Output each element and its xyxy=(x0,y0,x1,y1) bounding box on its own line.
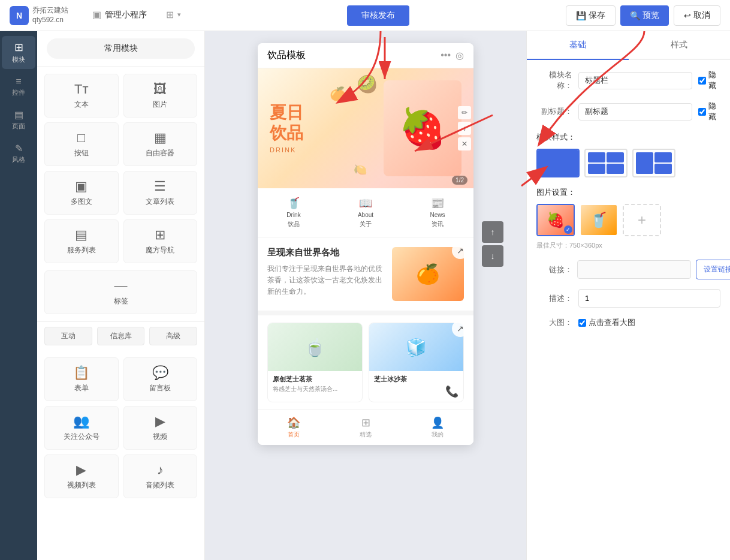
module-follow-wechat[interactable]: 👥 关注公众号 xyxy=(44,406,119,450)
hide-checkbox-label[interactable]: 隐藏 xyxy=(698,70,720,91)
thumb-image-2: 🥤 xyxy=(581,205,617,235)
profile-icon: 👤 xyxy=(431,416,444,429)
link-input[interactable] xyxy=(577,260,691,279)
share-button-2[interactable]: ↗ xyxy=(452,320,469,337)
style-icon: ✎ xyxy=(15,143,23,154)
comment-icon: 💬 xyxy=(152,365,168,381)
top-navigation: N 乔拓云建站 qty592.cn ▣ 管理小程序 ⊞ ▾ 审核发布 💾 保存 … xyxy=(0,0,730,31)
controls-icon: ≡ xyxy=(16,76,21,87)
share-button[interactable]: ↗ xyxy=(452,242,469,259)
preview-button[interactable]: 🔍 预览 xyxy=(620,5,669,26)
product-grid: 🍵 原创芝士茗茶 将感芝士与天然茶汤合... 🧊 芝士冰沙茶 xyxy=(267,323,464,402)
phone-wrapper: 饮品模板 ••• ◎ 夏日 饮品 xyxy=(258,43,473,445)
module-image[interactable]: 🖼 图片 xyxy=(123,74,198,118)
image-thumbs: 🍓 ✓ 🥤 + xyxy=(536,204,720,236)
tag-interactive[interactable]: 互动 xyxy=(44,327,92,345)
modules-icon: ⊞ xyxy=(14,41,23,54)
tag-database[interactable]: 信息库 xyxy=(97,327,145,345)
module-form[interactable]: 📋 表单 xyxy=(44,357,119,401)
target-icon[interactable]: ◎ xyxy=(456,50,464,61)
module-magic-nav[interactable]: ⊞ 魔方导航 xyxy=(123,219,198,263)
tab-basic[interactable]: 基础 xyxy=(527,31,629,60)
article-list-icon: ☰ xyxy=(154,179,166,194)
product2-image: 🧊 xyxy=(369,323,463,371)
tab-style[interactable]: 样式 xyxy=(629,31,731,60)
more-icon[interactable]: ••• xyxy=(441,50,451,61)
canvas-area: 饮品模板 ••• ◎ 夏日 饮品 xyxy=(205,31,526,560)
module-label[interactable]: — 标签 xyxy=(44,270,197,314)
phone-frame: 饮品模板 ••• ◎ 夏日 饮品 xyxy=(258,43,473,445)
module-free-container[interactable]: ▦ 自由容器 xyxy=(123,122,198,166)
audio-list-icon: ♪ xyxy=(157,462,164,478)
image-thumb-2[interactable]: 🥤 xyxy=(580,204,618,236)
sidebar-item-pages[interactable]: ▤ 页面 xyxy=(2,104,35,136)
bigimg-checkbox-label[interactable]: 点击查看大图 xyxy=(578,317,635,328)
common-modules-title: 常用模块 xyxy=(47,38,195,59)
nav-tabs: 🥤 Drink 饮品 📖 About 关于 📰 News 资讯 xyxy=(258,188,473,237)
product-card-1[interactable]: 🍵 原创芝士茗茶 将感芝士与天然茶汤合... xyxy=(267,323,363,402)
sidebar-item-modules[interactable]: ⊞ 模块 xyxy=(2,36,35,69)
bottom-nav-featured[interactable]: ⊞ 精选 xyxy=(330,414,402,441)
module-video[interactable]: ▶ 视频 xyxy=(123,406,198,450)
video-icon: ▶ xyxy=(155,414,165,429)
module-service-list[interactable]: ▤ 服务列表 xyxy=(44,219,119,263)
drink-icon: 🥤 xyxy=(287,197,300,210)
desc-input[interactable] xyxy=(578,289,720,308)
module-name-input[interactable] xyxy=(578,72,692,89)
right-panel-content: 模块名称： 隐藏 副标题： 隐藏 模块样式： xyxy=(527,60,730,560)
bigimg-label: 大图： xyxy=(536,317,572,328)
fruit-kiwi: 🥝 xyxy=(357,74,378,94)
module-name-label: 模块名称： xyxy=(536,70,572,91)
text-icon: Tт xyxy=(74,82,89,97)
nav-tab-news[interactable]: 📰 News 资讯 xyxy=(402,193,473,232)
image-thumb-1[interactable]: 🍓 ✓ xyxy=(536,204,575,236)
banner-main-text: 夏日 饮品 xyxy=(270,103,303,143)
sub-hide-checkbox[interactable] xyxy=(698,108,706,116)
edit-delete-button[interactable]: ✕ xyxy=(458,137,471,150)
cancel-button[interactable]: ↩ 取消 xyxy=(674,5,720,26)
publish-button[interactable]: 审核发布 xyxy=(347,5,409,26)
multi-image-icon: ▣ xyxy=(75,179,88,194)
bottom-nav-home[interactable]: 🏠 首页 xyxy=(258,414,330,441)
about-icon: 📖 xyxy=(359,197,372,210)
module-article-list[interactable]: ☰ 文章列表 xyxy=(123,171,198,215)
image-settings-label: 图片设置： xyxy=(536,187,720,198)
sidebar-item-style[interactable]: ✎ 风格 xyxy=(2,138,35,169)
nav-tab-about[interactable]: 📖 About 关于 xyxy=(330,193,402,232)
bigimg-checkbox[interactable] xyxy=(578,319,586,327)
image-icon: 🖼 xyxy=(153,82,167,97)
label-icon: — xyxy=(114,278,128,294)
phone-header: 饮品模板 ••• ◎ xyxy=(258,43,473,68)
sidebar-item-controls[interactable]: ≡ 控件 xyxy=(2,71,35,102)
module-multi-image[interactable]: ▣ 多图文 xyxy=(44,171,119,215)
set-link-button[interactable]: 设置链接 xyxy=(696,260,730,279)
style-option-tworight[interactable] xyxy=(632,149,675,177)
product2-desc: 📞 xyxy=(374,385,458,398)
module-video-list[interactable]: ▶ 视频列表 xyxy=(44,454,119,498)
product1-image: 🍵 xyxy=(268,323,362,371)
sub-title-input[interactable] xyxy=(578,103,692,121)
bottom-nav-profile[interactable]: 👤 我的 xyxy=(402,414,473,441)
module-text[interactable]: Tт 文本 xyxy=(44,74,119,118)
module-button[interactable]: □ 按钮 xyxy=(44,122,119,166)
module-panel: 常用模块 Tт 文本 🖼 图片 □ 按钮 ▦ 自由容器 ▣ 多图文 xyxy=(37,31,205,560)
sub-hide-checkbox-label[interactable]: 隐藏 xyxy=(698,101,720,122)
edit-up-button[interactable]: ✏ xyxy=(458,106,471,119)
scroll-down-button[interactable]: ↓ xyxy=(482,245,503,267)
module-audio-list[interactable]: ♪ 音频列表 xyxy=(123,454,198,498)
save-button[interactable]: 💾 保存 xyxy=(566,5,616,26)
add-image-button[interactable]: + xyxy=(623,204,661,236)
style-option-full[interactable] xyxy=(536,149,580,177)
tag-advanced[interactable]: 高级 xyxy=(149,327,197,345)
module-comment[interactable]: 💬 留言板 xyxy=(123,357,198,401)
nav-grid[interactable]: ⊞ ▾ xyxy=(156,0,191,31)
product-card-2[interactable]: 🧊 芝士冰沙茶 📞 xyxy=(369,323,464,402)
scroll-up-button[interactable]: ↑ xyxy=(482,221,503,243)
nav-mini-program[interactable]: ▣ 管理小程序 xyxy=(83,0,156,31)
style-option-grid[interactable] xyxy=(584,149,628,177)
nav-tab-drink[interactable]: 🥤 Drink 饮品 xyxy=(258,193,330,232)
style-full-preview xyxy=(538,150,578,176)
hide-checkbox[interactable] xyxy=(698,77,706,85)
edit-down-button[interactable]: ↓ xyxy=(458,122,471,135)
phone-header-actions: ••• ◎ xyxy=(441,50,464,61)
